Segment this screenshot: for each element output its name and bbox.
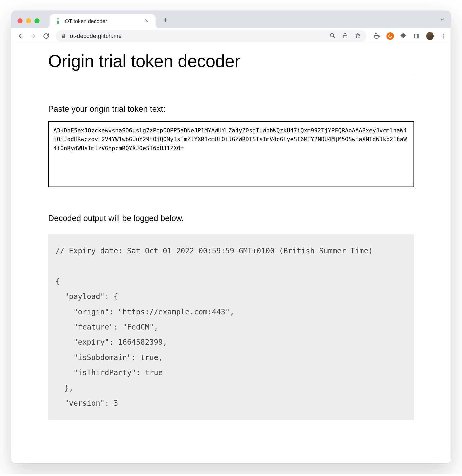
svg-rect-2 (57, 18, 59, 19)
side-panel-icon[interactable] (413, 32, 420, 40)
svg-rect-3 (62, 36, 65, 38)
page-title: Origin trial token decoder (48, 51, 414, 71)
svg-point-10 (443, 37, 444, 38)
close-tab-icon[interactable] (143, 18, 150, 25)
tab-title: OT token decoder (65, 18, 143, 24)
share-icon[interactable] (342, 32, 348, 40)
headspace-icon[interactable] (386, 32, 394, 40)
coffee-icon[interactable] (373, 32, 381, 40)
search-icon[interactable] (329, 32, 336, 40)
bookmark-star-icon[interactable] (355, 32, 361, 40)
browser-tab[interactable]: OT token decoder (50, 14, 156, 28)
decoded-output: // Expiry date: Sat Oct 01 2022 00:59:59… (48, 234, 414, 420)
svg-point-8 (443, 34, 444, 35)
browser-window: OT token decoder ot-decode.glitch.me (11, 11, 451, 463)
extensions-icon[interactable] (400, 32, 407, 40)
new-tab-button[interactable] (162, 17, 168, 24)
address-bar[interactable]: ot-decode.glitch.me (56, 30, 366, 42)
extension-area (373, 32, 447, 40)
close-window-button[interactable] (17, 18, 23, 23)
svg-point-9 (443, 36, 444, 37)
svg-rect-7 (417, 34, 419, 38)
tabs-menu-button[interactable] (439, 16, 445, 23)
lock-icon (61, 33, 66, 39)
token-textarea[interactable] (48, 121, 414, 187)
tab-strip: OT token decoder (11, 11, 451, 28)
test-tube-icon (55, 18, 61, 24)
divider (48, 75, 414, 75)
page-content: Origin trial token decoder Paste your or… (11, 44, 451, 463)
forward-button[interactable] (28, 31, 39, 41)
zoom-window-button[interactable] (34, 18, 39, 23)
toolbar: ot-decode.glitch.me (11, 28, 451, 44)
window-controls (15, 18, 42, 28)
paste-label: Paste your origin trial token text: (48, 104, 414, 114)
profile-avatar[interactable] (426, 32, 434, 40)
minimize-window-button[interactable] (26, 18, 31, 23)
reload-button[interactable] (41, 31, 51, 41)
kebab-menu-icon[interactable] (439, 32, 447, 40)
svg-rect-1 (57, 21, 59, 24)
output-label: Decoded output will be logged below. (48, 214, 414, 223)
url-text: ot-decode.glitch.me (70, 33, 122, 40)
back-button[interactable] (15, 31, 26, 41)
